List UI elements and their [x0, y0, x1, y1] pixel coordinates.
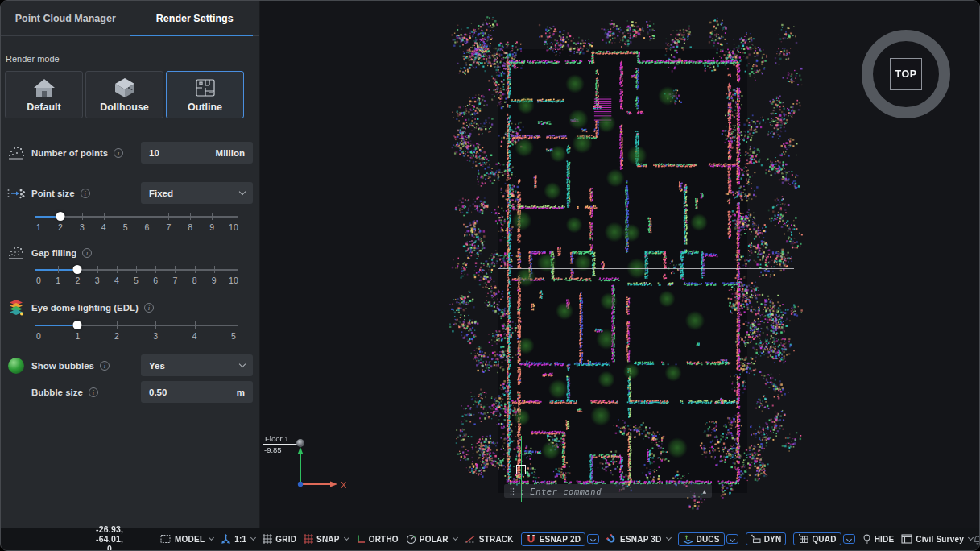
- snap-toggle[interactable]: SNAP: [304, 534, 349, 544]
- notifications-bell-icon[interactable]: [973, 534, 980, 545]
- grid-icon: [263, 534, 272, 544]
- bubble-size-info-icon[interactable]: i: [89, 387, 98, 397]
- x-axis-arrow: [330, 482, 337, 487]
- bubble-size-row: Bubble size i 0.50 m: [5, 381, 253, 403]
- 3d-viewport[interactable]: TOP Floor 1 -9.85 X : Enter command ▲: [260, 1, 979, 529]
- dynamic-input-icon: [751, 534, 761, 544]
- hide-toggle[interactable]: HIDE: [862, 534, 895, 545]
- dyn-toggle[interactable]: DYN: [746, 532, 787, 545]
- slider-handle[interactable]: [73, 265, 82, 274]
- ucs-origin-dot: [298, 482, 303, 487]
- show-bubbles-label: Show bubbles: [31, 361, 94, 371]
- point-size-dropdown[interactable]: Fixed: [141, 182, 253, 204]
- chevron-down-icon: [239, 361, 246, 367]
- point-size-icon: [5, 185, 27, 201]
- bubble-sphere-icon: [5, 358, 27, 374]
- show-bubbles-value: Yes: [149, 361, 165, 371]
- grid-toggle[interactable]: GRID: [263, 534, 296, 544]
- annotation-scale-toggle[interactable]: 1:1: [221, 534, 255, 545]
- quad-icon: [798, 534, 808, 544]
- snap-grid-icon: [304, 534, 313, 544]
- esnap-2d-options-button[interactable]: [587, 534, 599, 544]
- number-of-points-input[interactable]: 10 Million: [141, 142, 253, 164]
- ducs-toggle[interactable]: DUCS: [678, 532, 738, 546]
- ucs-orbit-sphere: [296, 439, 304, 447]
- gap-filling-slider[interactable]: 012345678910: [35, 263, 238, 289]
- render-mode-label: Render mode: [6, 54, 259, 64]
- ducs-options-button[interactable]: [726, 534, 738, 544]
- quad-options-button[interactable]: [843, 534, 855, 544]
- render-mode-default-button[interactable]: Default: [5, 71, 83, 118]
- command-bar-grip[interactable]: [510, 487, 515, 495]
- command-line-input[interactable]: : Enter command ▲: [504, 484, 712, 498]
- polar-icon: [406, 534, 416, 545]
- edl-layers-icon: [5, 299, 27, 317]
- workspace-icon: [901, 534, 912, 544]
- render-mode-options: Default Dollhouse: [5, 71, 255, 118]
- gap-filling-row: Gap filling i: [5, 245, 253, 261]
- model-space-icon: [160, 534, 172, 544]
- render-mode-outline-label: Outline: [188, 102, 222, 113]
- number-of-points-row: Number of points i 10 Million: [5, 142, 253, 164]
- render-mode-dollhouse-button[interactable]: Dollhouse: [85, 71, 163, 118]
- polar-toggle[interactable]: POLAR: [406, 534, 457, 545]
- y-axis-arrow: [298, 447, 304, 454]
- quad-toggle[interactable]: QUAD: [793, 532, 854, 545]
- strack-toggle[interactable]: STRACK: [465, 534, 514, 544]
- point-size-label: Point size: [31, 188, 75, 198]
- point-size-info-icon[interactable]: i: [81, 188, 90, 198]
- point-size-slider[interactable]: 12345678910: [35, 210, 238, 236]
- tab-point-cloud-manager[interactable]: Point Cloud Manager: [1, 1, 130, 35]
- chevron-down-icon: [665, 535, 671, 541]
- ducs-icon: [683, 534, 693, 545]
- floor-label: Floor 1: [265, 434, 289, 443]
- render-mode-dollhouse-label: Dollhouse: [100, 102, 148, 113]
- gap-filling-label: Gap filling: [31, 248, 76, 258]
- command-expand-icon[interactable]: ▲: [702, 488, 706, 494]
- command-prompt: :: [519, 487, 524, 496]
- esnap-2d-toggle[interactable]: ESNAP 2D: [521, 532, 599, 546]
- floor-plan-icon: [192, 77, 218, 98]
- show-bubbles-info-icon[interactable]: i: [100, 361, 110, 371]
- render-mode-default-label: Default: [27, 102, 60, 113]
- view-cube-top[interactable]: TOP: [890, 58, 922, 90]
- model-space-toggle[interactable]: MODEL: [160, 534, 213, 544]
- chevron-down-icon: [250, 535, 256, 541]
- bubble-size-unit: m: [237, 387, 245, 397]
- x-axis-label: X: [341, 480, 347, 490]
- point-size-value: Fixed: [149, 188, 173, 198]
- command-placeholder: Enter command: [530, 487, 602, 496]
- chevron-down-icon: [453, 535, 458, 541]
- snap-tracking-icon: [465, 534, 476, 544]
- gap-filling-icon: [5, 245, 27, 261]
- ortho-icon: [356, 534, 366, 544]
- status-bar: -26.93, -64.01, 0 MODEL: [1, 528, 979, 550]
- show-bubbles-dropdown[interactable]: Yes: [141, 354, 253, 376]
- cursor-coordinates: -26.93, -64.01, 0: [96, 524, 123, 551]
- edl-slider[interactable]: 012345: [35, 319, 238, 345]
- scale-icon: [221, 534, 231, 545]
- number-of-points-value: 10: [149, 148, 159, 158]
- number-of-points-label: Number of points: [31, 148, 108, 158]
- render-settings-panel: Point Cloud Manager Render Settings Rend…: [1, 1, 260, 529]
- number-of-points-unit: Million: [216, 148, 245, 158]
- magnet-3d-icon: [606, 534, 617, 545]
- slider-handle[interactable]: [56, 212, 64, 221]
- workspace-switcher[interactable]: Civil Survey: [901, 534, 973, 544]
- bubble-size-value: 0.50: [149, 387, 167, 397]
- edl-label: Eye dome lighting (EDL): [31, 303, 139, 313]
- slider-handle[interactable]: [73, 321, 82, 329]
- dollhouse-icon: [112, 77, 138, 98]
- house-icon: [31, 77, 57, 98]
- ortho-toggle[interactable]: ORTHO: [356, 534, 399, 544]
- point-cloud-dots-icon: [5, 145, 27, 161]
- gap-filling-info-icon[interactable]: i: [82, 248, 92, 258]
- bubble-size-input[interactable]: 0.50 m: [141, 381, 253, 403]
- esnap-3d-toggle[interactable]: ESNAP 3D: [606, 534, 670, 545]
- tab-render-settings[interactable]: Render Settings: [130, 1, 260, 35]
- edl-info-icon[interactable]: i: [144, 303, 154, 313]
- lightbulb-icon: [862, 534, 871, 545]
- number-of-points-info-icon[interactable]: i: [114, 148, 123, 158]
- render-mode-outline-button[interactable]: Outline: [166, 71, 244, 118]
- floor-elevation: -9.85: [264, 445, 282, 454]
